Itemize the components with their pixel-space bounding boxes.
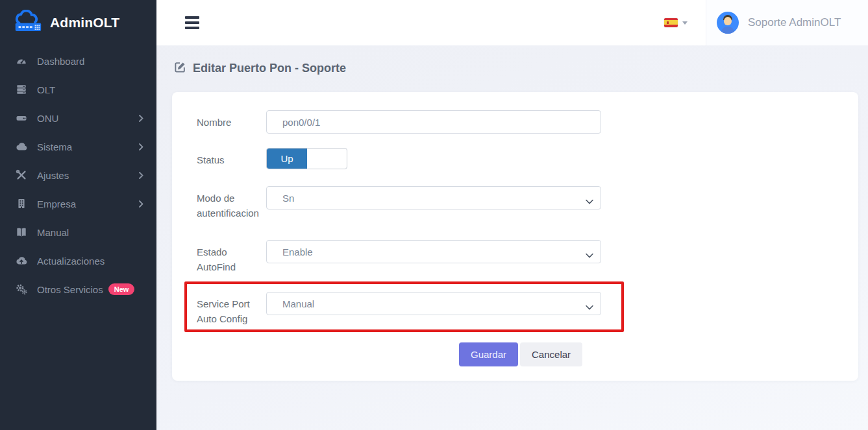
sidebar-menu: Dashboard OLT ONU Sistema: [0, 45, 156, 304]
main-area: Soporte AdminOLT Editar Puerto Pon - Sop…: [156, 0, 868, 430]
highlight-box: Service Port Auto Config Manual: [184, 281, 624, 332]
user-menu[interactable]: Soporte AdminOLT: [706, 0, 868, 45]
cloud-icon: [14, 140, 29, 153]
chevron-right-icon: [139, 143, 143, 150]
sidebar-item-label: ONU: [37, 113, 58, 124]
sidebar-item-label: Dashboard: [37, 56, 84, 67]
form-row-nombre: Nombre: [197, 110, 834, 134]
app-logo[interactable]: AdminOLT: [0, 0, 156, 45]
caret-down-icon: [682, 21, 688, 25]
sidebar-item-dashboard[interactable]: Dashboard: [0, 47, 156, 75]
language-dropdown[interactable]: [664, 18, 688, 27]
new-badge: New: [108, 283, 135, 295]
save-button[interactable]: Guardar: [459, 342, 518, 366]
gears-icon: [14, 283, 29, 296]
form-row-status: Status Up: [197, 148, 834, 169]
edit-pon-form-card: Nombre Status Up Modo de autentificacion…: [172, 92, 858, 381]
status-toggle-on-label: Up: [267, 149, 307, 169]
field-label: Status: [197, 148, 259, 168]
field-label: Service Port Auto Config: [197, 292, 259, 326]
building-icon: [14, 197, 29, 210]
tools-icon: [14, 169, 29, 182]
sidebar-item-manual[interactable]: Manual: [0, 218, 156, 246]
sidebar-item-label: Ajustes: [37, 170, 69, 181]
chevron-right-icon: [139, 115, 143, 122]
sidebar-item-onu[interactable]: ONU: [0, 104, 156, 132]
sidebar-item-otros-servicios[interactable]: Otros Servicios New: [0, 275, 156, 304]
edit-icon: [174, 61, 186, 76]
sidebar: AdminOLT Dashboard OLT ONU: [0, 0, 156, 430]
spain-flag-icon: [664, 18, 678, 27]
sidebar-item-label: Actualizaciones: [37, 256, 105, 267]
hamburger-menu-icon[interactable]: [185, 16, 199, 29]
chevron-right-icon: [139, 172, 143, 179]
user-avatar: [717, 12, 739, 34]
sidebar-item-label: Empresa: [37, 198, 76, 209]
cancel-button[interactable]: Cancelar: [520, 342, 582, 366]
field-label: Estado AutoFind: [197, 240, 259, 274]
modo-autentificacion-select[interactable]: Sn: [266, 186, 601, 209]
sidebar-item-actualizaciones[interactable]: Actualizaciones: [0, 246, 156, 275]
status-toggle[interactable]: Up: [266, 148, 347, 169]
form-actions: Guardar Cancelar: [459, 342, 834, 366]
field-label: Modo de autentificacion: [197, 186, 259, 223]
form-row-estado-autofind: Estado AutoFind Enable: [197, 240, 834, 274]
book-icon: [14, 226, 29, 239]
sidebar-item-olt[interactable]: OLT: [0, 75, 156, 104]
gauge-icon: [14, 54, 29, 67]
field-label: Nombre: [197, 110, 259, 130]
device-icon: [14, 112, 29, 125]
chevron-right-icon: [139, 200, 143, 208]
nombre-input[interactable]: [266, 110, 601, 134]
user-name: Soporte AdminOLT: [748, 16, 841, 29]
sidebar-item-empresa[interactable]: Empresa: [0, 189, 156, 218]
service-port-auto-config-select[interactable]: Manual: [266, 292, 601, 315]
form-row-modo-autentificacion: Modo de autentificacion Sn: [197, 186, 834, 223]
sidebar-item-label: Manual: [37, 227, 69, 238]
form-row-service-port-auto-config: Service Port Auto Config Manual: [197, 292, 621, 326]
cloud-upload-icon: [14, 254, 29, 267]
sidebar-item-label: Otros Servicios: [37, 284, 103, 295]
page-title: Editar Puerto Pon - Soporte: [193, 62, 346, 75]
page-header: Editar Puerto Pon - Soporte: [174, 61, 868, 76]
logo-cloud-router-icon: [12, 10, 44, 36]
topbar: Soporte AdminOLT: [156, 0, 868, 45]
sidebar-item-ajustes[interactable]: Ajustes: [0, 161, 156, 189]
sidebar-item-sistema[interactable]: Sistema: [0, 132, 156, 161]
server-icon: [14, 83, 29, 96]
sidebar-item-label: OLT: [37, 84, 55, 95]
sidebar-item-label: Sistema: [37, 141, 72, 152]
logo-text: AdminOLT: [50, 15, 119, 30]
estado-autofind-select[interactable]: Enable: [266, 240, 601, 263]
